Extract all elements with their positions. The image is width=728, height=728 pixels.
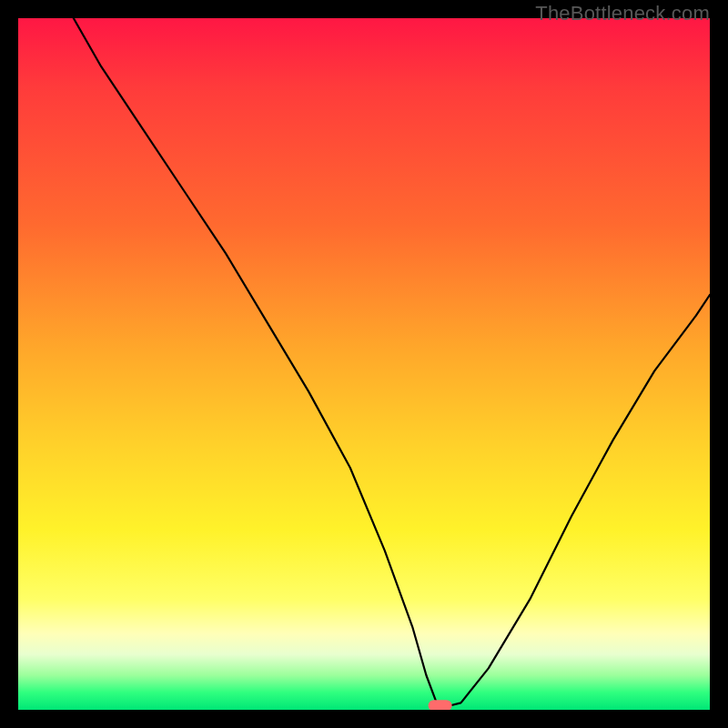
chart-svg — [18, 18, 710, 710]
bottleneck-curve — [74, 18, 710, 706]
watermark-text: TheBottleneck.com — [535, 2, 710, 25]
chart-frame: TheBottleneck.com — [0, 0, 728, 728]
plot-area — [18, 18, 710, 710]
optimum-marker — [429, 700, 452, 710]
